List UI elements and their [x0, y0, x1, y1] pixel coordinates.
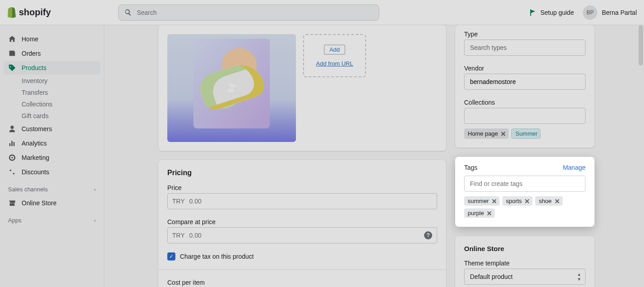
- price-input[interactable]: [189, 198, 432, 205]
- analytics-icon: [8, 139, 16, 147]
- apps-header[interactable]: Apps ›: [4, 211, 100, 226]
- sidebar-item-online-store[interactable]: Online Store: [4, 196, 100, 210]
- type-input[interactable]: [464, 40, 586, 56]
- brand-text: shopify: [19, 7, 51, 18]
- sales-channels-header[interactable]: Sales channels ›: [4, 180, 100, 195]
- add-from-url-link[interactable]: Add from URL: [316, 60, 353, 67]
- user-menu[interactable]: BP Berna Partal: [583, 5, 637, 20]
- tag-chip: shoe: [535, 196, 562, 206]
- pricing-card: Pricing Price TRY Compare at price TRY: [158, 160, 446, 287]
- brand-logo: shopify: [7, 7, 51, 18]
- collection-chip: Summer: [511, 128, 541, 139]
- sidebar: Home Orders Products Inventory Transfers…: [0, 25, 104, 287]
- tag-chip: summer: [464, 196, 500, 206]
- home-icon: [8, 35, 16, 43]
- pricing-title: Pricing: [167, 169, 437, 177]
- collection-chip: Home page: [464, 128, 509, 139]
- customers-icon: [8, 125, 16, 133]
- tag-chip: purple: [464, 208, 495, 218]
- user-name: Berna Partal: [602, 9, 637, 16]
- cost-per-item-label: Cost per item: [167, 279, 437, 286]
- remove-tag-icon[interactable]: [524, 199, 530, 204]
- vendor-label: Vendor: [464, 65, 586, 72]
- search-input[interactable]: [137, 9, 373, 16]
- remove-tag-icon[interactable]: [487, 211, 492, 216]
- sidebar-sub-transfers[interactable]: Transfers: [4, 87, 100, 98]
- sidebar-sub-gift-cards[interactable]: Gift cards: [4, 110, 100, 121]
- marketing-icon: [8, 154, 16, 162]
- manage-tags-link[interactable]: Manage: [563, 164, 586, 171]
- checkbox-checked-icon: ✓: [167, 252, 175, 261]
- store-icon: [8, 199, 16, 207]
- media-dropzone[interactable]: Add Add from URL: [303, 34, 366, 77]
- tags-card: Tags Manage summersportsshoepurple: [455, 157, 595, 227]
- help-icon[interactable]: ?: [424, 231, 432, 239]
- compare-price-input[interactable]: [189, 232, 420, 239]
- add-media-button[interactable]: Add: [324, 44, 345, 55]
- products-icon: [8, 64, 16, 72]
- remove-tag-icon[interactable]: [555, 199, 560, 204]
- tag-chip: sports: [502, 196, 532, 206]
- remove-tag-icon[interactable]: [492, 199, 497, 204]
- sidebar-item-analytics[interactable]: Analytics: [4, 137, 100, 150]
- sidebar-item-customers[interactable]: Customers: [4, 122, 100, 136]
- chevron-right-icon: ›: [94, 186, 96, 193]
- main-content: Add Add from URL Pricing Price TRY: [104, 25, 644, 287]
- setup-guide-button[interactable]: Setup guide: [529, 9, 574, 16]
- product-image-thumbnail[interactable]: [167, 34, 296, 142]
- compare-price-input-wrap[interactable]: TRY ?: [167, 227, 437, 243]
- orders-icon: [8, 49, 16, 57]
- expand-icon: [227, 84, 236, 93]
- avatar: BP: [583, 5, 597, 20]
- collections-input[interactable]: [464, 108, 586, 124]
- collections-label: Collections: [464, 99, 586, 106]
- currency-prefix: TRY: [172, 198, 185, 205]
- online-store-card: Online Store Theme template Default prod…: [455, 236, 595, 287]
- scrollbar-thumb[interactable]: [639, 25, 643, 66]
- sidebar-item-orders[interactable]: Orders: [4, 47, 100, 60]
- sidebar-item-marketing[interactable]: Marketing: [4, 151, 100, 164]
- tags-input[interactable]: [464, 176, 586, 192]
- currency-prefix: TRY: [172, 232, 185, 239]
- sidebar-item-discounts[interactable]: Discounts: [4, 165, 100, 179]
- sidebar-item-products[interactable]: Products: [4, 61, 100, 75]
- sidebar-item-home[interactable]: Home: [4, 32, 100, 46]
- organization-card: Type Vendor Collections Home page: [455, 25, 595, 148]
- sidebar-sub-inventory[interactable]: Inventory: [4, 75, 100, 86]
- search-icon: [124, 9, 132, 17]
- shopify-bag-icon: [7, 7, 17, 18]
- discounts-icon: [8, 168, 16, 176]
- flag-icon: [529, 9, 537, 16]
- compare-price-label: Compare at price: [167, 218, 437, 225]
- media-card: Add Add from URL: [158, 25, 446, 151]
- global-search[interactable]: [118, 4, 379, 21]
- price-label: Price: [167, 184, 437, 191]
- online-store-title: Online Store: [464, 245, 586, 252]
- tags-title: Tags: [464, 164, 478, 171]
- chevron-right-icon: ›: [94, 217, 96, 224]
- top-bar: shopify Setup guide BP Berna Partal: [0, 0, 644, 25]
- remove-chip-icon[interactable]: [501, 131, 506, 137]
- select-caret-icon: ▴▾: [578, 272, 581, 282]
- type-label: Type: [464, 31, 586, 38]
- tags-chip-row: summersportsshoepurple: [464, 196, 586, 218]
- theme-template-select[interactable]: Default product ▴▾: [464, 269, 586, 285]
- charge-tax-checkbox[interactable]: ✓ Charge tax on this product: [167, 252, 437, 261]
- vendor-input[interactable]: [464, 74, 586, 90]
- sidebar-sub-collections[interactable]: Collections: [4, 99, 100, 110]
- theme-template-label: Theme template: [464, 260, 586, 267]
- price-input-wrap[interactable]: TRY: [167, 193, 437, 209]
